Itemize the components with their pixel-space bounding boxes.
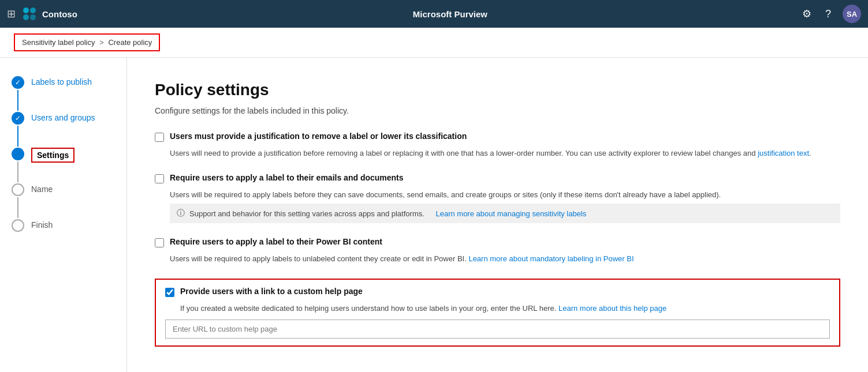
stepper-label-finish: Finish: [31, 219, 53, 230]
url-input[interactable]: [165, 320, 830, 339]
option-custom-help-header: Provide users with a link to a custom he…: [165, 287, 830, 299]
option-custom-help-desc: If you created a website dedicated to he…: [180, 303, 830, 314]
checkmark-icon-users: ✓: [15, 114, 21, 122]
stepper-left-name: [12, 183, 24, 219]
top-navigation: ⊞ Contoso Microsoft Purview ⚙ ? SA: [0, 0, 868, 28]
checkbox-power-bi[interactable]: [155, 238, 164, 247]
breadcrumb: Sensitivity label policy > Create policy: [14, 33, 160, 51]
checkbox-require-label-wrap: [155, 174, 164, 186]
page-subtitle: Configure settings for the labels includ…: [155, 106, 840, 115]
checkbox-require-label[interactable]: [155, 174, 164, 183]
product-name: Microsoft Purview: [100, 9, 800, 19]
svg-point-2: [23, 14, 29, 20]
logo-container: Contoso: [21, 6, 77, 22]
option-require-label-title[interactable]: Require users to apply a label to their …: [170, 173, 404, 182]
stepper-circle-users: ✓: [12, 112, 24, 125]
option-power-bi-header: Require users to apply a label to their …: [155, 237, 840, 250]
stepper-item-settings: Settings: [12, 148, 115, 183]
stepper-circle-settings: [12, 148, 24, 160]
stepper-line-labels: [17, 90, 18, 111]
option-require-label-infobox: ⓘ Support and behavior for this setting …: [170, 204, 840, 223]
svg-point-3: [30, 14, 36, 20]
checkbox-custom-help-wrap: [165, 288, 174, 299]
checkbox-justification-wrap: [155, 133, 164, 144]
stepper-left-settings: [12, 148, 24, 183]
stepper-label-name: Name: [31, 183, 53, 194]
stepper-circle-finish: [12, 219, 24, 232]
option-custom-help-title[interactable]: Provide users with a link to a custom he…: [180, 287, 363, 296]
app-name: Contoso: [42, 9, 77, 19]
svg-point-0: [23, 7, 29, 13]
option-require-label-desc: Users will be required to apply labels b…: [170, 189, 840, 201]
option-power-bi-desc: Users will be required to apply labels t…: [170, 253, 840, 265]
stepper-line-settings: [17, 161, 18, 182]
topnav-actions: ⚙ ? SA: [800, 5, 861, 23]
stepper-left-finish: [12, 219, 24, 232]
stepper-item-users: ✓ Users and groups: [12, 112, 115, 148]
power-bi-link[interactable]: Learn more about mandatory labeling in P…: [468, 254, 634, 263]
option-justification: Users must provide a justification to re…: [155, 131, 840, 159]
option-require-label-header: Require users to apply a label to their …: [155, 173, 840, 186]
learn-more-sensitivity-link[interactable]: Learn more about managing sensitivity la…: [435, 209, 586, 218]
settings-icon[interactable]: ⚙: [800, 5, 814, 22]
stepper-line-name: [17, 197, 18, 218]
stepper-circle-name: [12, 183, 24, 196]
breadcrumb-parent[interactable]: Sensitivity label policy: [22, 38, 95, 47]
stepper-item-name: Name: [12, 183, 115, 219]
settings-active-box: Settings: [31, 148, 74, 163]
stepper-left-labels: ✓: [12, 76, 24, 112]
page-title: Policy settings: [155, 81, 840, 99]
custom-help-link[interactable]: Learn more about this help page: [558, 304, 666, 313]
option-require-label: Require users to apply a label to their …: [155, 173, 840, 224]
stepper-label-settings: Settings: [37, 149, 69, 160]
stepper-circle-labels: ✓: [12, 76, 24, 89]
checkbox-custom-help[interactable]: [165, 288, 174, 297]
option-power-bi: Require users to apply a label to their …: [155, 237, 840, 265]
option-justification-desc: Users will need to provide a justificati…: [170, 148, 840, 159]
checkbox-justification[interactable]: [155, 133, 164, 142]
content-panel: Policy settings Configure settings for t…: [127, 58, 868, 372]
avatar[interactable]: SA: [843, 5, 861, 23]
stepper-item-labels: ✓ Labels to publish: [12, 76, 115, 112]
infobox-text: Support and behavior for this setting va…: [189, 209, 424, 218]
option-justification-title[interactable]: Users must provide a justification to re…: [170, 131, 467, 141]
contoso-logo-icon: [21, 6, 38, 22]
stepper-panel: ✓ Labels to publish ✓ Users and groups: [0, 58, 127, 372]
grid-icon[interactable]: ⊞: [7, 7, 16, 20]
help-icon[interactable]: ?: [823, 6, 833, 22]
breadcrumb-separator: >: [99, 39, 103, 47]
stepper-item-finish: Finish: [12, 219, 115, 232]
option-custom-help: Provide users with a link to a custom he…: [155, 279, 840, 347]
breadcrumb-bar: Sensitivity label policy > Create policy: [0, 28, 868, 58]
checkmark-icon: ✓: [15, 78, 21, 87]
breadcrumb-current: Create policy: [108, 38, 152, 47]
justification-text-link[interactable]: justification text: [758, 149, 809, 157]
option-justification-header: Users must provide a justification to re…: [155, 131, 840, 144]
stepper-label-labels[interactable]: Labels to publish: [31, 76, 92, 87]
option-power-bi-title[interactable]: Require users to apply a label to their …: [170, 237, 382, 246]
checkbox-power-bi-wrap: [155, 238, 164, 250]
stepper-left-users: ✓: [12, 112, 24, 148]
stepper-line-users: [17, 126, 18, 146]
stepper-label-users[interactable]: Users and groups: [31, 112, 95, 122]
info-circle-icon: ⓘ: [177, 208, 185, 219]
main-layout: ✓ Labels to publish ✓ Users and groups: [0, 58, 868, 372]
svg-point-1: [30, 7, 36, 13]
